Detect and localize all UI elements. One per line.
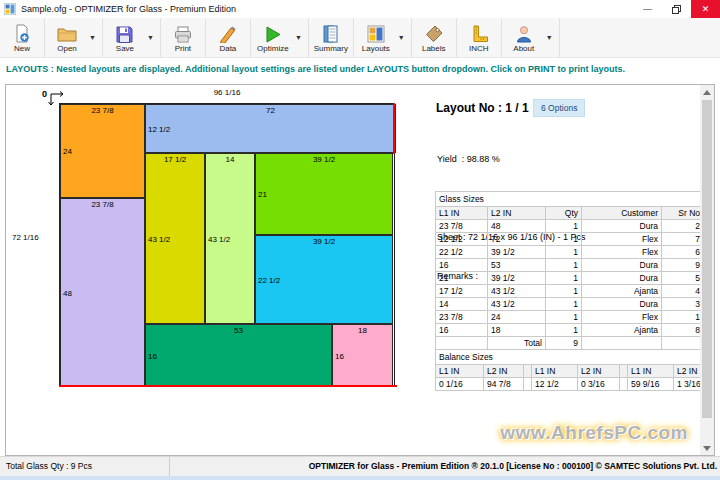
balance-sizes-header-row: L1 IN L2 IN L1 IN L2 IN L1 IN L2 IN (436, 365, 704, 378)
status-bar: Total Glass Qty : 9 Pcs OPTIMIZER for Gl… (0, 456, 720, 476)
pencil-icon (219, 22, 237, 43)
license-text: OPTIMIZER for Glass - Premium Edition ® … (309, 461, 717, 471)
piece-width-label: 14 (206, 155, 254, 164)
labels-button[interactable]: Labels (412, 18, 457, 57)
piece-height-label: 21 (258, 190, 267, 199)
print-button[interactable]: Print (161, 18, 206, 57)
layout-sheet: 23 7/8247212 1/223 7/84817 1/243 1/21443… (59, 103, 395, 387)
person-icon (515, 22, 533, 43)
sheet-height-label: 72 1/16 (12, 233, 56, 242)
clipboard-icon (322, 22, 339, 43)
vertical-scrollbar[interactable] (700, 85, 714, 455)
save-floppy-icon (116, 22, 133, 43)
tag-icon (425, 22, 443, 43)
piece-height-label: 43 1/2 (208, 234, 230, 243)
new-document-icon (14, 22, 30, 43)
dropdown-arrow-icon[interactable]: ▼ (546, 34, 553, 41)
restore-icon (672, 5, 681, 14)
piece-height-label: 22 1/2 (258, 275, 280, 284)
trim-line-bottom (59, 385, 397, 387)
layout-number-heading: Layout No : 1 / 1 (436, 101, 529, 115)
glass-sizes-row: 22 1/239 1/21Flex6 (436, 246, 704, 259)
dropdown-arrow-icon[interactable]: ▼ (89, 34, 96, 41)
piece-width-label: 53 (146, 326, 331, 335)
piece-height-label: 24 (63, 147, 72, 156)
piece-height-label: 48 (63, 288, 72, 297)
glass-sizes-row: 23 7/8481Dura2 (436, 220, 704, 233)
options-button[interactable]: 6 Options (533, 99, 585, 117)
glass-sizes-title-row: Glass Sizes (436, 192, 704, 207)
close-button[interactable]: ✕ (691, 0, 720, 18)
piece-cyan: 39 1/222 1/2 (255, 235, 393, 324)
glass-sizes-row: 16531Dura9 (436, 259, 704, 272)
optimize-button[interactable]: Optimize ▼ (251, 18, 309, 57)
piece-green: 39 1/221 (255, 153, 393, 235)
play-icon (264, 22, 282, 43)
layouts-button[interactable]: Layouts ▼ (354, 18, 412, 57)
inch-button[interactable]: INCH (457, 18, 502, 57)
scroll-down-button[interactable] (700, 441, 714, 455)
piece-height-label: 16 (148, 351, 157, 360)
glass-sizes-row: 1443 1/21Dura3 (436, 298, 704, 311)
minimize-button[interactable]: — (633, 0, 662, 18)
piece-height-label: 16 (335, 351, 344, 360)
total-label: Total (488, 337, 546, 350)
total-glass-qty: Total Glass Qty : 9 Pcs (0, 457, 170, 476)
layout-grid-icon (367, 22, 385, 43)
glass-sizes-body: Glass Sizes L1 IN L2 IN Qty Customer Sr … (436, 192, 704, 350)
dropdown-arrow-icon[interactable]: ▼ (398, 34, 405, 41)
data-button[interactable]: Data (206, 18, 251, 57)
dropdown-arrow-icon[interactable]: ▼ (147, 34, 154, 41)
piece-pink: 1816 (332, 324, 393, 387)
glass-sizes-row: 17 1/243 1/21Ajanta4 (436, 285, 704, 298)
glass-sizes-row: 12 1/2721Flex7 (436, 233, 704, 246)
ruler-icon (470, 22, 488, 43)
glass-sizes-title: Glass Sizes (436, 192, 704, 207)
scrollbar-thumb[interactable] (702, 100, 712, 418)
balance-sizes-title: Balance Sizes (436, 350, 704, 365)
trim-line-right (393, 103, 395, 154)
bottom-edge-strip (0, 476, 720, 480)
layouts-hint-text: LAYOUTS : Nested layouts are displayed. … (0, 58, 720, 84)
app-icon (4, 3, 16, 15)
toolbar: New Open ▼ Save ▼ (0, 18, 720, 58)
piece-blue: 7212 1/2 (145, 104, 396, 153)
piece-width-label: 72 (146, 106, 395, 115)
about-button[interactable]: About ▼ (502, 18, 560, 57)
scroll-up-button[interactable] (700, 85, 714, 99)
chevron-down-icon (703, 446, 711, 451)
summary-button[interactable]: Summary (309, 18, 354, 57)
glass-sizes-row: 23 7/8241Flex1 (436, 311, 704, 324)
piece-lavender: 23 7/848 (60, 198, 145, 387)
piece-width-label: 23 7/8 (61, 106, 144, 115)
yield-line: Yield : 98.88 % (437, 153, 586, 166)
glass-sizes-total-row: Total 9 (436, 337, 704, 350)
new-button[interactable]: New (0, 18, 45, 57)
piece-width-label: 39 1/2 (256, 237, 392, 246)
balance-sizes-title-row: Balance Sizes (436, 350, 704, 365)
total-qty: 9 (546, 337, 582, 350)
balance-sizes-data-row: 0 1/16 94 7/8 12 1/2 0 3/16 59 9/16 1 3/… (436, 378, 704, 391)
title-bar: Sample.ofg - OPTIMIZER for Glass - Premi… (0, 0, 720, 18)
chevron-up-icon (703, 90, 711, 95)
watermark-text: www.AhrefsPC.com (500, 422, 688, 444)
open-button[interactable]: Open ▼ (45, 18, 103, 57)
piece-width-label: 17 1/2 (146, 155, 204, 164)
save-button[interactable]: Save ▼ (103, 18, 161, 57)
dropdown-arrow-icon[interactable]: ▼ (295, 34, 302, 41)
glass-sizes-header-row: L1 IN L2 IN Qty Customer Sr No (436, 207, 704, 220)
open-folder-icon (57, 22, 77, 43)
restore-button[interactable] (662, 0, 691, 18)
printer-icon (174, 22, 192, 43)
sheet-width-label: 96 1/16 (59, 88, 395, 97)
glass-sizes-row: 2139 1/21Dura5 (436, 272, 704, 285)
piece-width-label: 18 (333, 326, 392, 335)
piece-height-label: 12 1/2 (148, 124, 170, 133)
glass-sizes-row: 16181Ajanta8 (436, 324, 704, 337)
glass-sizes-table: Glass Sizes L1 IN L2 IN Qty Customer Sr … (435, 191, 704, 350)
window-title: Sample.ofg - OPTIMIZER for Glass - Premi… (21, 4, 236, 14)
piece-lightgreen: 1443 1/2 (205, 153, 255, 324)
main-area: 0 96 1/16 72 1/16 5 23 7/8247212 1/223 7… (5, 84, 715, 456)
piece-orange: 23 7/824 (60, 104, 145, 198)
balance-sizes-table: Balance Sizes L1 IN L2 IN L1 IN L2 IN L1… (435, 349, 704, 391)
